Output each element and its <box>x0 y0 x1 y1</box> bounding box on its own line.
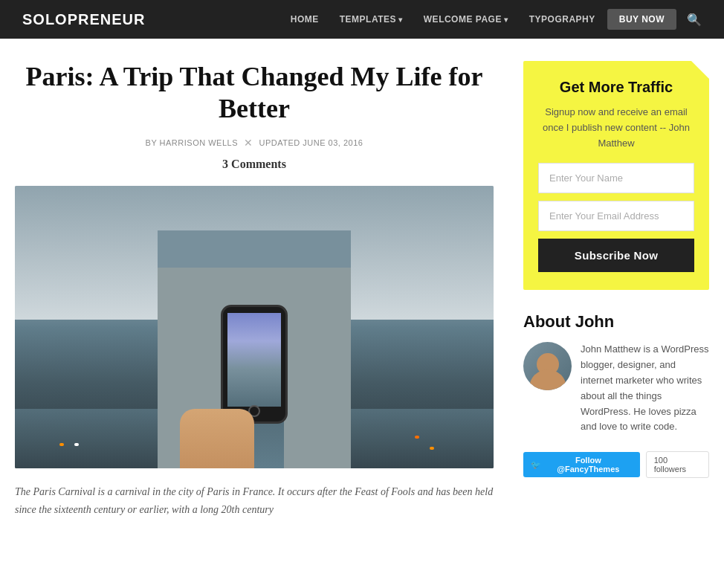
subscribe-button[interactable]: Subscribe Now <box>538 239 694 272</box>
phone-screen <box>227 313 281 407</box>
article-date: UPDATED JUNE 03, 2016 <box>259 138 363 147</box>
site-logo[interactable]: SOLOPRENEUR <box>22 11 145 28</box>
subscribe-widget: Get More Traffic Signup now and receive … <box>523 61 709 290</box>
search-icon[interactable]: 🔍 <box>687 13 702 27</box>
nav-typography[interactable]: TYPOGRAPHY <box>520 10 604 29</box>
avatar-body <box>529 369 566 390</box>
buy-now-button[interactable]: BUY NOW <box>607 9 676 30</box>
hand-silhouette <box>180 409 254 468</box>
about-text-area: John Matthew is a WordPress blogger, des… <box>523 342 709 435</box>
email-input[interactable] <box>538 201 694 231</box>
widget-corner-decoration <box>691 61 709 79</box>
page-wrapper: Paris: A Trip That Changed My Life for B… <box>0 39 724 541</box>
widget-title: Get More Traffic <box>538 79 694 96</box>
name-input[interactable] <box>538 163 694 193</box>
sidebar: Get More Traffic Signup now and receive … <box>523 61 709 519</box>
article-excerpt: The Paris Carnival is a carnival in the … <box>15 483 494 519</box>
widget-desc: Signup now and receive an email once I p… <box>538 105 694 151</box>
twitter-follow-button[interactable]: 🐦 Follow @FancyThemes <box>523 452 640 477</box>
avatar <box>523 342 572 390</box>
nav-links: HOME TEMPLATES WELCOME PAGE TYPOGRAPHY B… <box>282 9 702 30</box>
meta-separator: ✕ <box>244 137 253 149</box>
car-light-1 <box>59 443 64 446</box>
nav-welcome[interactable]: WELCOME PAGE <box>415 10 517 29</box>
article-meta: BY HARRISON WELLS ✕ UPDATED JUNE 03, 201… <box>15 137 494 149</box>
car-light-2 <box>74 443 79 446</box>
about-title: About John <box>523 312 709 332</box>
arch-top <box>158 230 351 268</box>
followers-badge: 100 followers <box>646 451 709 478</box>
article-comments[interactable]: 3 Comments <box>15 158 494 171</box>
article-image <box>15 186 494 468</box>
article-author: BY HARRISON WELLS <box>146 138 238 147</box>
twitter-bird-icon: 🐦 <box>531 460 541 470</box>
main-content: Paris: A Trip That Changed My Life for B… <box>15 61 494 519</box>
phone-container <box>221 305 288 424</box>
article-title: Paris: A Trip That Changed My Life for B… <box>15 61 494 125</box>
about-social: 🐦 Follow @FancyThemes 100 followers <box>523 451 709 478</box>
navigation: SOLOPRENEUR HOME TEMPLATES WELCOME PAGE … <box>0 0 724 39</box>
car-light-3 <box>430 447 434 450</box>
twitter-follow-label: Follow @FancyThemes <box>544 456 633 474</box>
nav-templates[interactable]: TEMPLATES <box>331 10 412 29</box>
nav-home[interactable]: HOME <box>282 10 328 29</box>
about-description: John Matthew is a WordPress blogger, des… <box>581 343 708 432</box>
car-light-4 <box>415 436 419 439</box>
about-widget: About John John Matthew is a WordPress b… <box>523 312 709 478</box>
about-text: John Matthew is a WordPress blogger, des… <box>581 342 709 435</box>
about-content: John Matthew is a WordPress blogger, des… <box>523 342 709 478</box>
phone-frame <box>221 305 288 424</box>
